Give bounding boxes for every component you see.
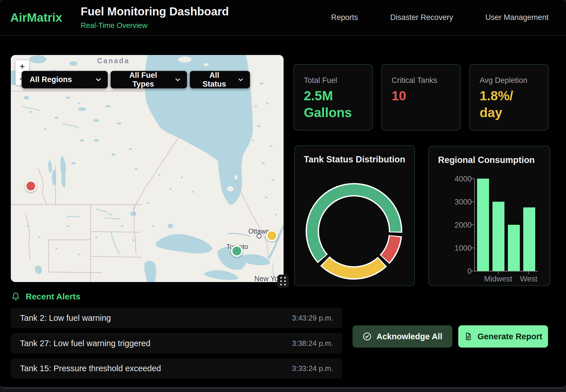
acknowledge-all-label: Acknowledge All	[376, 332, 442, 341]
nav-reports[interactable]: Reports	[331, 13, 358, 22]
alert-timestamp: 3:43:29 p.m.	[292, 314, 333, 322]
x-axis-tick	[528, 271, 529, 274]
chart-title: Regional Consumption	[438, 155, 535, 165]
nav-disaster-recovery[interactable]: Disaster Recovery	[390, 13, 453, 22]
y-axis-tick-label: 4000	[445, 175, 472, 183]
ottawa-town-dot-icon	[256, 234, 262, 239]
y-axis-tick-label: 0	[445, 267, 472, 276]
map-label-canada: Canada	[97, 56, 130, 65]
recent-alerts-header: Recent Alerts	[11, 292, 80, 301]
bar-2	[508, 225, 520, 271]
alert-timestamp: 3:38:24 p.m.	[292, 339, 333, 348]
stat-label: Avg Depletion	[480, 76, 528, 85]
bar-3	[523, 207, 535, 271]
chart-title: Tank Status Distribution	[304, 154, 405, 165]
tank-status-donut-chart	[303, 180, 405, 283]
chevron-down-icon	[238, 78, 243, 81]
stat-card-avg-depletion: Avg Depletion 1.8%/day	[469, 64, 549, 130]
page-title: Fuel Monitoring Dashboard	[81, 5, 229, 18]
donut-segment-normal-fill	[312, 190, 396, 258]
y-axis-tick-label: 3000	[445, 198, 472, 207]
y-axis-tick	[471, 271, 474, 271]
chevron-down-icon	[96, 78, 101, 81]
resize-handle-icon[interactable]	[277, 275, 289, 288]
stat-value: 2.5MGallons	[304, 87, 352, 121]
bell-icon	[11, 292, 21, 301]
x-axis-tick-label: West	[504, 275, 553, 283]
fuel-type-filter-label: All Fuel Types	[119, 71, 168, 89]
check-circle-icon	[363, 332, 372, 341]
alert-row[interactable]: Tank 27: Low fuel warning triggered 3:38…	[11, 333, 342, 354]
y-axis-tick	[471, 224, 474, 225]
map-marker-warning[interactable]	[266, 230, 278, 241]
stat-card-total-fuel: Total Fuel 2.5MGallons	[294, 64, 373, 130]
bar-1	[492, 202, 504, 271]
region-filter-label: All Regions	[30, 75, 72, 84]
y-axis-tick	[471, 178, 474, 179]
alert-timestamp: 3:33:24 p.m.	[292, 364, 333, 373]
generate-report-label: Generate Report	[477, 332, 542, 341]
regional-consumption-bar-chart	[474, 179, 538, 271]
fuel-map[interactable]: Canada Ottawa Toronto New York + − All R…	[11, 55, 284, 282]
alert-message: Tank 2: Low fuel warning	[20, 313, 111, 323]
x-axis-tick	[498, 271, 498, 274]
y-axis-tick-label: 1000	[445, 244, 472, 253]
map-marker-normal[interactable]	[231, 245, 243, 257]
acknowledge-all-button[interactable]: Acknowledge All	[353, 325, 452, 348]
fuel-type-filter-dropdown[interactable]: All Fuel Types	[111, 71, 187, 88]
y-axis-tick	[471, 201, 474, 202]
y-axis-tick-label: 2000	[445, 221, 472, 230]
document-icon	[464, 332, 473, 341]
y-axis-tick	[471, 248, 474, 248]
page-subtitle: Real-Time Overview	[81, 21, 148, 30]
chevron-down-icon	[175, 78, 180, 81]
status-filter-dropdown[interactable]: All Status	[190, 71, 250, 88]
brand-logo[interactable]: AirMatrix	[10, 11, 62, 24]
alert-row[interactable]: Tank 15: Pressure threshold exceeded 3:3…	[11, 358, 342, 379]
stat-label: Critical Tanks	[392, 76, 437, 85]
generate-report-button[interactable]: Generate Report	[458, 325, 548, 348]
region-filter-dropdown[interactable]: All Regions	[22, 71, 108, 88]
nav-user-management[interactable]: User Management	[485, 13, 549, 22]
donut-segment-critical-fill	[385, 237, 395, 259]
alert-message: Tank 15: Pressure threshold exceeded	[20, 364, 161, 373]
stat-label: Total Fuel	[304, 76, 337, 85]
stat-value: 10	[392, 87, 406, 104]
regional-consumption-card: Regional Consumption 4000 3000 2000 1000…	[428, 146, 550, 286]
map-marker-critical[interactable]	[25, 180, 36, 192]
stat-card-critical-tanks: Critical Tanks 10	[381, 64, 461, 130]
status-filter-label: All Status	[198, 71, 231, 89]
map-filters: All Regions All Fuel Types All Status	[22, 71, 250, 88]
stat-value: 1.8%/day	[480, 87, 513, 121]
dashboard-root: AirMatrix Fuel Monitoring Dashboard Real…	[0, 0, 566, 388]
tank-status-distribution-card: Tank Status Distribution	[294, 145, 415, 286]
alert-row[interactable]: Tank 2: Low fuel warning 3:43:29 p.m.	[11, 308, 342, 328]
bar-0	[477, 179, 489, 271]
alert-message: Tank 27: Low fuel warning triggered	[20, 339, 150, 348]
top-nav: Reports Disaster Recovery User Managemen…	[331, 0, 549, 35]
app-header: AirMatrix Fuel Monitoring Dashboard Real…	[0, 0, 566, 36]
recent-alerts-title: Recent Alerts	[26, 292, 80, 301]
